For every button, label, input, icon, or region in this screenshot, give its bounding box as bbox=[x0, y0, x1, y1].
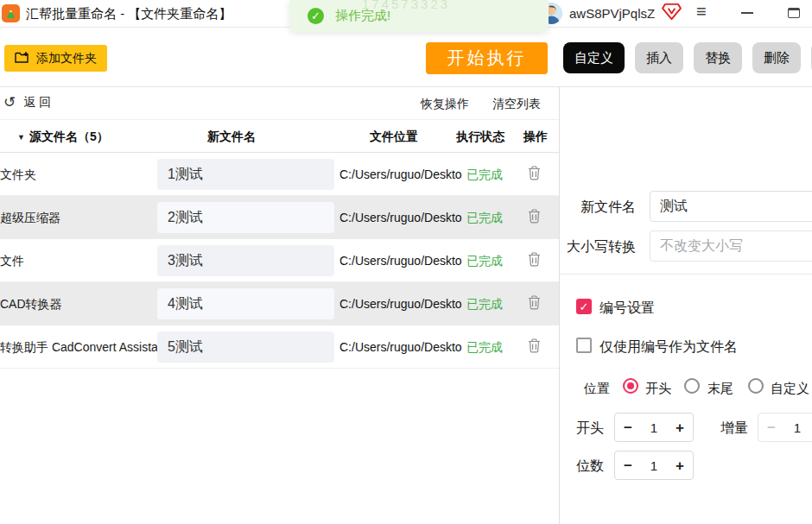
status-badge: 已完成 bbox=[466, 340, 503, 356]
column-source-label: 源文件名（5） bbox=[29, 129, 109, 145]
restore-operation-button[interactable]: 恢复操作 bbox=[421, 97, 469, 112]
mode-tab[interactable]: 替换 bbox=[694, 42, 742, 73]
mode-tabs: 自定义 插入 替换 删除 bbox=[563, 42, 812, 73]
delete-row-button[interactable] bbox=[528, 166, 541, 184]
radio-position-start-label: 开头 bbox=[645, 381, 671, 397]
minus-icon[interactable]: − bbox=[624, 458, 632, 473]
source-file-name: 超级压缩器 bbox=[0, 211, 60, 226]
add-folder-button[interactable]: 添加文件夹 bbox=[4, 45, 107, 72]
file-location: C:/Users/ruguo/Deskto bbox=[339, 297, 462, 311]
radio-position-custom-label: 自定义 bbox=[771, 381, 809, 397]
watermark-text: 174573323 bbox=[362, 0, 450, 11]
radio-position-end[interactable] bbox=[684, 378, 700, 394]
increment-value[interactable]: 1 bbox=[794, 420, 801, 435]
source-file-name: 文件夹 bbox=[0, 167, 36, 183]
case-convert-select[interactable]: 不改变大小写 bbox=[650, 230, 812, 262]
table-rows: 文件夹 1测试 C:/Users/ruguo/Deskto 已完成 bbox=[0, 153, 559, 369]
mode-tab[interactable]: 自定义 bbox=[563, 42, 625, 73]
table-row: CAD转换器 4测试 C:/Users/ruguo/Deskto 已完成 bbox=[0, 282, 559, 325]
trash-icon bbox=[528, 211, 541, 226]
panel-divider bbox=[560, 274, 812, 275]
success-toast: ✓ 操作完成! 174573323 bbox=[289, 0, 549, 32]
add-folder-label: 添加文件夹 bbox=[36, 51, 97, 66]
minimize-icon[interactable] bbox=[741, 12, 753, 14]
start-number-value[interactable]: 1 bbox=[650, 420, 657, 435]
minus-icon[interactable]: − bbox=[767, 420, 776, 435]
digits-value[interactable]: 1 bbox=[650, 458, 657, 473]
table-row: 文件夹 1测试 C:/Users/ruguo/Deskto 已完成 bbox=[0, 153, 559, 196]
minus-icon[interactable]: − bbox=[624, 420, 632, 435]
numbering-label: 编号设置 bbox=[599, 300, 655, 318]
mode-tab[interactable]: 插入 bbox=[635, 42, 683, 73]
delete-row-button[interactable] bbox=[528, 338, 541, 357]
only-number-label: 仅使用编号作为文件名 bbox=[599, 338, 738, 357]
trash-icon bbox=[528, 168, 541, 183]
status-badge: 已完成 bbox=[466, 167, 503, 183]
menu-icon[interactable]: ≡ bbox=[696, 2, 707, 22]
status-badge: 已完成 bbox=[466, 211, 503, 226]
increment-label: 增量 bbox=[720, 420, 748, 438]
column-action: 操作 bbox=[523, 129, 548, 145]
only-number-checkbox[interactable] bbox=[576, 338, 592, 353]
start-number-stepper: − 1 + bbox=[614, 413, 694, 442]
file-location: C:/Users/ruguo/Deskto bbox=[339, 254, 462, 268]
start-execute-button[interactable]: 开始执行 bbox=[426, 42, 548, 74]
column-status: 执行状态 bbox=[456, 129, 504, 145]
window-title: 汇帮批量重命名 - 【文件夹重命名】 bbox=[26, 6, 232, 22]
source-file-name: CAD转换器 bbox=[0, 297, 62, 313]
mode-tab[interactable]: 删除 bbox=[752, 42, 801, 73]
numbering-checkbox[interactable] bbox=[576, 299, 592, 314]
delete-row-button[interactable] bbox=[528, 295, 541, 313]
back-button[interactable]: ↺ 返 回 bbox=[3, 95, 51, 110]
app-logo-icon bbox=[2, 4, 20, 22]
trash-icon bbox=[528, 341, 541, 356]
increment-stepper: − 1 + bbox=[758, 413, 812, 442]
table-row: 超级压缩器 2测试 C:/Users/ruguo/Deskto 已完成 bbox=[0, 196, 559, 239]
radio-position-custom[interactable] bbox=[748, 378, 764, 394]
digits-stepper: − 1 + bbox=[614, 451, 694, 480]
back-label: 返 回 bbox=[23, 95, 51, 110]
status-badge: 已完成 bbox=[466, 297, 503, 313]
new-name-input[interactable]: 3测试 bbox=[157, 245, 334, 276]
vip-badge-icon bbox=[662, 3, 682, 24]
new-name-input[interactable]: 2测试 bbox=[157, 202, 334, 233]
trash-icon bbox=[528, 255, 541, 269]
clear-list-button[interactable]: 清空列表 bbox=[492, 97, 541, 112]
folder-plus-icon bbox=[15, 51, 30, 66]
table-header: ▼ 源文件名（5） 新文件名 文件位置 执行状态 操作 bbox=[0, 120, 559, 153]
table-row: 文件 3测试 C:/Users/ruguo/Deskto 已完成 bbox=[0, 239, 559, 282]
caret-down-icon: ▼ bbox=[17, 133, 25, 142]
column-location: 文件位置 bbox=[370, 129, 418, 145]
radio-position-start[interactable] bbox=[623, 378, 638, 394]
check-circle-icon: ✓ bbox=[308, 8, 324, 24]
delete-row-button[interactable] bbox=[528, 252, 541, 270]
user-area[interactable]: awS8PVjPqlsZ bbox=[541, 3, 682, 24]
file-location: C:/Users/ruguo/Deskto bbox=[339, 167, 462, 181]
trash-icon bbox=[528, 298, 541, 313]
new-name-label: 新文件名 bbox=[560, 199, 636, 217]
plus-icon[interactable]: + bbox=[676, 420, 684, 435]
maximize-icon[interactable] bbox=[788, 8, 800, 18]
start-number-label: 开头 bbox=[576, 420, 604, 438]
list-actions-row: ↺ 返 回 恢复操作 清空列表 bbox=[0, 87, 559, 120]
main-area: ↺ 返 回 恢复操作 清空列表 ▼ 源文件名（5） 新文件名 文件位置 执行状态… bbox=[0, 86, 812, 524]
new-name-input[interactable]: 1测试 bbox=[157, 159, 334, 190]
new-name-field[interactable]: 测试 bbox=[650, 191, 812, 222]
new-name-input[interactable]: 5测试 bbox=[157, 331, 334, 363]
radio-position-end-label: 末尾 bbox=[707, 381, 733, 397]
column-new-name: 新文件名 bbox=[207, 129, 256, 145]
undo-arrow-icon: ↺ bbox=[3, 97, 16, 109]
new-name-input[interactable]: 4测试 bbox=[157, 288, 334, 319]
file-location: C:/Users/ruguo/Deskto bbox=[339, 211, 462, 224]
plus-icon[interactable]: + bbox=[676, 458, 684, 473]
file-list-section: ↺ 返 回 恢复操作 清空列表 ▼ 源文件名（5） 新文件名 文件位置 执行状态… bbox=[0, 87, 560, 524]
table-row: 转换助手 CadConvert Assistant 5测试 C:/Users/r… bbox=[0, 325, 559, 369]
delete-row-button[interactable] bbox=[528, 209, 541, 227]
column-source[interactable]: ▼ 源文件名（5） bbox=[17, 129, 109, 145]
username-label: awS8PVjPqlsZ bbox=[569, 6, 655, 21]
source-file-name: 转换助手 CadConvert Assistant bbox=[0, 340, 168, 356]
app-window: 汇帮批量重命名 - 【文件夹重命名】 awS8PVjPqlsZ ≡ bbox=[0, 0, 812, 524]
settings-panel: 新文件名 测试 大小写转换 不改变大小写 编号设置 仅使用编号作为文件名 位置 … bbox=[560, 87, 812, 524]
source-file-name: 文件 bbox=[0, 254, 24, 269]
position-label: 位置 bbox=[584, 381, 610, 397]
